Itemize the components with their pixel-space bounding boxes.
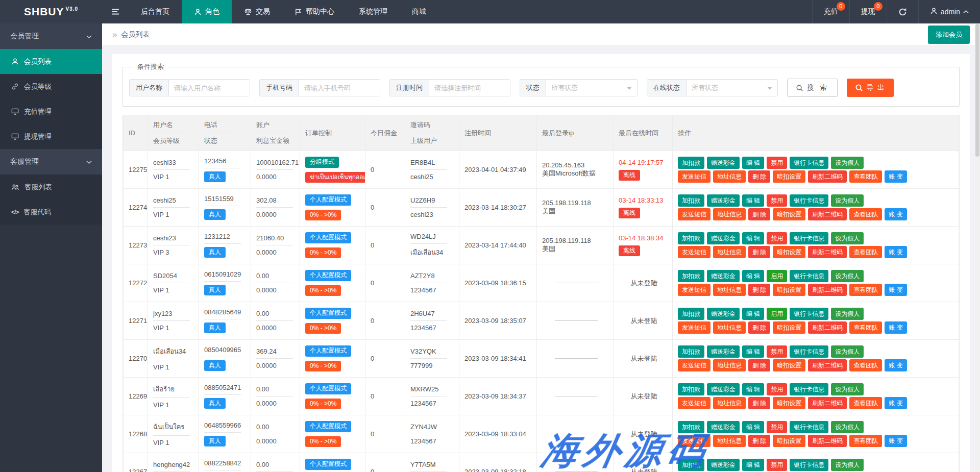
op-button-刷新二维码[interactable]: 刷新二维码 <box>808 246 847 258</box>
phone-input[interactable] <box>299 80 380 96</box>
op-button-查看团队[interactable]: 查看团队 <box>849 321 882 334</box>
op-button-赠送彩金[interactable]: 赠送彩金 <box>707 194 740 207</box>
op-button-编辑[interactable]: 编 辑 <box>742 421 764 433</box>
op-button-暗扣设置[interactable]: 暗扣设置 <box>773 246 805 258</box>
op-button-地址信息[interactable]: 地址信息 <box>713 170 746 183</box>
op-button-银行卡信息[interactable]: 银行卡信息 <box>790 270 828 282</box>
toggle-enable-button-禁用[interactable]: 禁用 <box>767 194 787 207</box>
op-button-发送短信[interactable]: 发送短信 <box>678 284 710 296</box>
op-button-设为假人[interactable]: 设为假人 <box>831 270 864 282</box>
op-button-账变[interactable]: 账 变 <box>885 246 906 258</box>
op-button-设为假人[interactable]: 设为假人 <box>831 157 864 169</box>
op-button-暗扣设置[interactable]: 暗扣设置 <box>773 284 805 296</box>
op-button-账变[interactable]: 账 变 <box>885 359 906 371</box>
op-button-账变[interactable]: 账 变 <box>885 397 906 409</box>
op-button-账变[interactable]: 账 变 <box>885 284 906 296</box>
nav-item-交易[interactable]: 交易 <box>232 0 282 23</box>
op-button-刷新二维码[interactable]: 刷新二维码 <box>808 435 847 447</box>
op-button-暗扣设置[interactable]: 暗扣设置 <box>773 359 805 371</box>
op-button-加扣款[interactable]: 加扣款 <box>678 421 704 433</box>
op-button-银行卡信息[interactable]: 银行卡信息 <box>790 232 828 244</box>
op-button-删除[interactable]: 删 除 <box>748 397 770 409</box>
op-button-编辑[interactable]: 编 辑 <box>742 459 764 471</box>
op-button-银行卡信息[interactable]: 银行卡信息 <box>790 194 828 207</box>
op-button-刷新二维码[interactable]: 刷新二维码 <box>808 208 847 220</box>
op-button-删除[interactable]: 删 除 <box>748 170 770 183</box>
op-button-赠送彩金[interactable]: 赠送彩金 <box>707 232 740 244</box>
nav-item-后台首页[interactable]: 后台首页 <box>129 0 182 23</box>
op-button-加扣款[interactable]: 加扣款 <box>678 383 704 395</box>
op-button-赠送彩金[interactable]: 赠送彩金 <box>707 421 740 433</box>
status-select[interactable]: 所有状态 <box>546 80 637 96</box>
op-button-加扣款[interactable]: 加扣款 <box>678 232 704 244</box>
export-button[interactable]: 导 出 <box>847 79 894 97</box>
sidebar-group-会员管理[interactable]: 会员管理 <box>0 23 102 49</box>
op-button-发送短信[interactable]: 发送短信 <box>678 397 710 409</box>
op-button-暗扣设置[interactable]: 暗扣设置 <box>773 397 805 409</box>
op-button-地址信息[interactable]: 地址信息 <box>713 246 746 258</box>
toggle-enable-button-禁用[interactable]: 禁用 <box>767 157 787 169</box>
op-button-发送短信[interactable]: 发送短信 <box>678 321 710 334</box>
toggle-enable-button-启用[interactable]: 启用 <box>767 270 787 282</box>
online-status-select[interactable]: 所有状态 <box>687 80 777 96</box>
nav-item-角色[interactable]: 角色 <box>182 0 232 23</box>
toggle-enable-button-禁用[interactable]: 禁用 <box>767 459 787 471</box>
search-button[interactable]: 搜 索 <box>787 79 838 97</box>
op-button-设为假人[interactable]: 设为假人 <box>831 459 864 471</box>
op-button-赠送彩金[interactable]: 赠送彩金 <box>707 157 740 169</box>
op-button-编辑[interactable]: 编 辑 <box>742 194 764 207</box>
regtime-input[interactable] <box>429 80 510 96</box>
sidebar-item-会员等级[interactable]: 会员等级 <box>0 74 102 99</box>
sidebar-item-客服代码[interactable]: </>客服代码 <box>0 200 102 225</box>
op-button-刷新二维码[interactable]: 刷新二维码 <box>808 321 847 334</box>
op-button-编辑[interactable]: 编 辑 <box>742 157 764 169</box>
op-button-编辑[interactable]: 编 辑 <box>742 308 764 320</box>
toggle-enable-button-禁用[interactable]: 禁用 <box>767 421 787 433</box>
sidebar-item-提现管理[interactable]: 提现管理 <box>0 124 102 149</box>
op-button-加扣款[interactable]: 加扣款 <box>678 194 704 207</box>
op-button-加扣款[interactable]: 加扣款 <box>678 270 704 282</box>
op-button-发送短信[interactable]: 发送短信 <box>678 435 710 447</box>
op-button-地址信息[interactable]: 地址信息 <box>713 359 746 371</box>
op-button-账变[interactable]: 账 变 <box>885 208 906 220</box>
op-button-编辑[interactable]: 编 辑 <box>742 383 764 395</box>
op-button-银行卡信息[interactable]: 银行卡信息 <box>790 421 828 433</box>
op-button-设为假人[interactable]: 设为假人 <box>831 345 864 358</box>
op-button-暗扣设置[interactable]: 暗扣设置 <box>773 321 805 334</box>
sidebar-item-客服列表[interactable]: 客服列表 <box>0 175 102 200</box>
nav-item-商城[interactable]: 商城 <box>400 0 438 23</box>
add-member-button[interactable]: 添加会员 <box>928 26 970 44</box>
op-button-设为假人[interactable]: 设为假人 <box>831 308 864 320</box>
toggle-enable-button-禁用[interactable]: 禁用 <box>767 383 787 395</box>
op-button-刷新二维码[interactable]: 刷新二维码 <box>808 284 847 296</box>
sidebar-item-充值管理[interactable]: 充值管理 <box>0 99 102 124</box>
op-button-发送短信[interactable]: 发送短信 <box>678 359 710 371</box>
op-button-查看团队[interactable]: 查看团队 <box>849 170 882 183</box>
vertical-scrollbar[interactable] <box>975 23 980 472</box>
op-button-删除[interactable]: 删 除 <box>748 359 770 371</box>
op-button-发送短信[interactable]: 发送短信 <box>678 208 710 220</box>
op-button-暗扣设置[interactable]: 暗扣设置 <box>773 208 805 220</box>
op-button-编辑[interactable]: 编 辑 <box>742 270 764 282</box>
op-button-赠送彩金[interactable]: 赠送彩金 <box>707 308 740 320</box>
toggle-enable-button-启用[interactable]: 启用 <box>767 308 787 320</box>
scrollbar-thumb[interactable] <box>975 24 979 157</box>
op-button-查看团队[interactable]: 查看团队 <box>849 284 882 296</box>
op-button-删除[interactable]: 删 除 <box>748 321 770 334</box>
withdraw-button[interactable]: 提现 0 <box>849 0 887 23</box>
op-button-银行卡信息[interactable]: 银行卡信息 <box>790 459 828 471</box>
op-button-赠送彩金[interactable]: 赠送彩金 <box>707 345 740 358</box>
op-button-账变[interactable]: 账 变 <box>885 435 906 447</box>
op-button-查看团队[interactable]: 查看团队 <box>849 435 882 447</box>
op-button-查看团队[interactable]: 查看团队 <box>849 397 882 409</box>
op-button-加扣款[interactable]: 加扣款 <box>678 157 704 169</box>
op-button-加扣款[interactable]: 加扣款 <box>678 345 704 358</box>
op-button-删除[interactable]: 删 除 <box>748 246 770 258</box>
op-button-发送短信[interactable]: 发送短信 <box>678 170 710 183</box>
op-button-银行卡信息[interactable]: 银行卡信息 <box>790 383 828 395</box>
nav-item-系统管理[interactable]: 系统管理 <box>347 0 400 23</box>
nav-item-帮助中心[interactable]: 帮助中心 <box>282 0 347 23</box>
op-button-地址信息[interactable]: 地址信息 <box>713 435 746 447</box>
username-input[interactable] <box>169 80 250 96</box>
op-button-查看团队[interactable]: 查看团队 <box>849 208 882 220</box>
